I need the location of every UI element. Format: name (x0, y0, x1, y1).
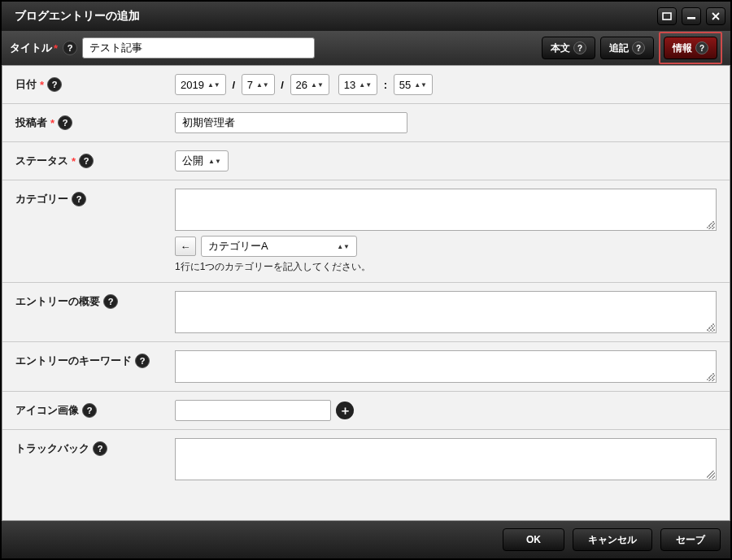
section-keyword: エントリーのキーワード ? (2, 342, 730, 392)
date-month-stepper[interactable]: 7▲▼ (242, 74, 275, 95)
stepper-arrows-icon: ▲▼ (414, 83, 427, 87)
save-button[interactable]: セーブ (660, 528, 721, 551)
help-icon[interactable]: ? (79, 154, 94, 168)
stepper-arrows-icon: ▲▼ (311, 83, 324, 87)
tab-body-label: 本文 (551, 41, 570, 55)
date-label: 日付* ? (15, 74, 175, 92)
category-label: カテゴリー ? (15, 189, 175, 206)
stepper-arrows-icon: ▲▼ (207, 83, 220, 87)
time-hour-stepper[interactable]: 13▲▼ (338, 74, 377, 95)
status-label: ステータス* ? (15, 150, 175, 168)
keyword-textarea[interactable] (175, 350, 717, 383)
section-summary: エントリーの概要 ? (2, 283, 730, 342)
add-icon-button[interactable]: ＋ (336, 402, 354, 419)
help-icon[interactable]: ? (573, 41, 586, 54)
tab-body[interactable]: 本文 ? (542, 37, 595, 59)
cancel-button[interactable]: キャンセル (573, 528, 652, 551)
tab-note[interactable]: 追記 ? (600, 37, 654, 59)
help-icon[interactable]: ? (695, 41, 708, 54)
help-icon[interactable]: ? (47, 77, 62, 92)
trackback-label: トラックバック ? (15, 438, 175, 456)
status-select[interactable]: 公開 ▲▼ (175, 150, 229, 171)
required-mark: * (72, 155, 76, 167)
summary-label: エントリーの概要 ? (15, 291, 175, 309)
icon-label: アイコン画像 ? (15, 400, 175, 418)
tab-info-label: 情報 (673, 41, 692, 55)
required-mark: * (54, 42, 58, 54)
close-button[interactable] (706, 7, 725, 25)
category-select[interactable]: カテゴリーA ▲▼ (201, 236, 357, 257)
active-tab-highlight: 情報 ? (659, 32, 722, 64)
minimize-button[interactable] (682, 7, 701, 25)
category-hint: 1行に1つのカテゴリーを記入してください。 (175, 260, 717, 274)
ok-button[interactable]: OK (503, 528, 564, 551)
help-icon[interactable]: ? (93, 441, 107, 456)
stepper-arrows-icon: ▲▼ (359, 83, 372, 87)
author-input[interactable] (175, 112, 407, 133)
date-year-stepper[interactable]: 2019▲▼ (175, 74, 226, 95)
help-icon[interactable]: ? (135, 354, 150, 368)
maximize-icon (662, 12, 672, 20)
category-add-left-button[interactable]: ← (175, 237, 196, 256)
help-icon[interactable]: ? (103, 294, 118, 309)
svg-rect-0 (663, 13, 671, 20)
titlebar: ブログエントリーの追加 (2, 2, 730, 31)
tab-info[interactable]: 情報 ? (664, 37, 717, 59)
section-category: カテゴリー ? ← カテゴリーA ▲▼ 1行に1つのカテゴリーを記入してください… (2, 180, 730, 283)
section-trackback: トラックバック ? (2, 430, 730, 488)
window: ブログエントリーの追加 タイトル* ? 本文 ? 追記 ? (0, 0, 732, 560)
maximize-button[interactable] (657, 7, 677, 25)
trackback-textarea[interactable] (175, 438, 717, 480)
tab-note-label: 追記 (609, 41, 629, 55)
footer: OK キャンセル セーブ (2, 521, 730, 558)
window-controls (657, 7, 725, 25)
svg-rect-1 (687, 17, 695, 20)
stepper-arrows-icon: ▲▼ (256, 83, 269, 87)
category-textarea[interactable] (175, 189, 717, 231)
icon-input[interactable] (175, 400, 331, 421)
help-icon[interactable]: ? (632, 41, 645, 54)
section-author: 投稿者* ? (2, 104, 730, 142)
title-input[interactable] (82, 37, 315, 59)
window-title: ブログエントリーの追加 (15, 9, 657, 24)
title-label: タイトル* (10, 41, 58, 55)
help-icon[interactable]: ? (58, 115, 72, 130)
select-arrows-icon: ▲▼ (337, 245, 350, 249)
section-date: 日付* ? 2019▲▼ / 7▲▼ / 26▲▼ 13▲▼ : 55▲▼ (2, 66, 730, 104)
time-minute-stepper[interactable]: 55▲▼ (394, 74, 433, 95)
title-label-text: タイトル (10, 41, 52, 55)
select-arrows-icon: ▲▼ (208, 159, 221, 163)
toolbar: タイトル* ? 本文 ? 追記 ? 情報 ? (2, 31, 730, 65)
summary-textarea[interactable] (175, 291, 717, 333)
required-mark: * (50, 117, 54, 129)
help-icon[interactable]: ? (82, 403, 97, 418)
help-icon[interactable]: ? (63, 41, 77, 55)
section-icon: アイコン画像 ? ＋ (2, 392, 730, 430)
date-day-stepper[interactable]: 26▲▼ (290, 74, 329, 95)
author-label: 投稿者* ? (15, 112, 175, 130)
form-content: 日付* ? 2019▲▼ / 7▲▼ / 26▲▼ 13▲▼ : 55▲▼ 投稿… (2, 65, 730, 521)
minimize-icon (686, 12, 696, 20)
required-mark: * (40, 79, 44, 91)
help-icon[interactable]: ? (72, 192, 86, 206)
section-status: ステータス* ? 公開 ▲▼ (2, 142, 730, 180)
plus-icon: ＋ (339, 403, 351, 419)
close-icon (712, 12, 720, 20)
keyword-label: エントリーのキーワード ? (15, 350, 175, 368)
